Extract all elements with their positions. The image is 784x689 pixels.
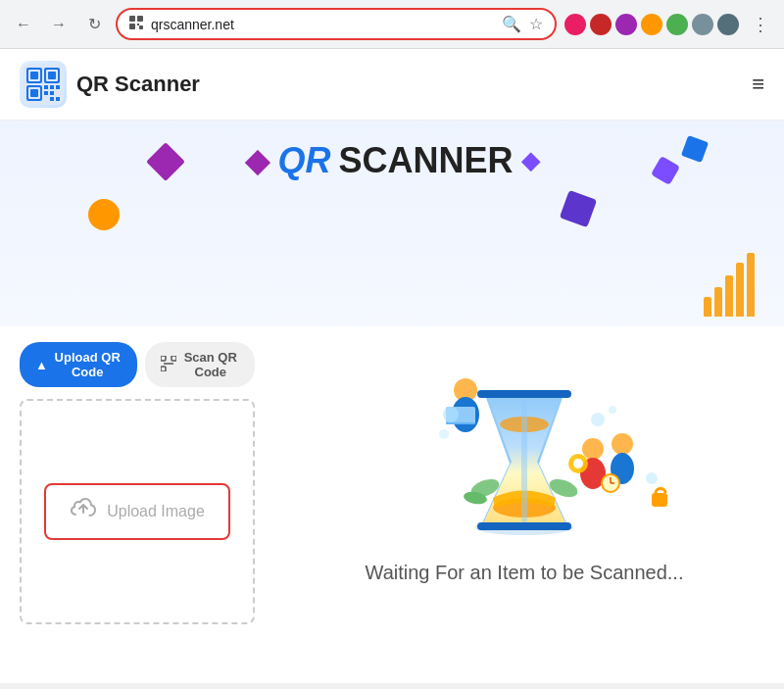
upload-drop-zone[interactable]: Upload Image [20, 399, 255, 624]
svg-rect-16 [50, 85, 54, 89]
hero-title: ◆ QR SCANNER ◆ [0, 140, 784, 181]
address-bar[interactable]: qrscanner.net 🔍 ☆ [116, 8, 557, 40]
illustration [358, 336, 691, 552]
svg-point-49 [439, 429, 449, 439]
svg-point-52 [646, 472, 658, 484]
address-actions: 🔍 ☆ [502, 15, 543, 33]
bar-3 [725, 275, 733, 317]
svg-rect-8 [30, 72, 38, 79]
profile-icons [564, 14, 739, 35]
site-header: QR Scanner ≡ [0, 49, 784, 121]
logo-icon [20, 61, 67, 108]
browser-menu-button[interactable]: ⋮ [747, 11, 774, 38]
svg-rect-15 [44, 85, 48, 89]
svg-rect-14 [30, 89, 38, 97]
waiting-text: Waiting For an Item to be Scanned... [366, 562, 684, 584]
svg-rect-21 [50, 97, 54, 101]
svg-rect-4 [137, 24, 139, 25]
logo-container: QR Scanner [20, 61, 200, 108]
svg-rect-22 [161, 356, 166, 361]
upload-icon: ▲ [35, 358, 48, 372]
svg-rect-17 [56, 85, 60, 89]
browser-chrome: ← → ↻ qrscanner.net 🔍 ☆ [0, 0, 784, 49]
tab-scan-qr[interactable]: Scan QR Code [145, 342, 255, 387]
site-icon [129, 16, 143, 32]
profile-dot-6[interactable] [692, 14, 713, 35]
hero-scanner-text: SCANNER [338, 140, 513, 181]
hamburger-menu[interactable]: ≡ [752, 72, 764, 97]
svg-rect-1 [137, 16, 143, 22]
right-panel: Waiting For an Item to be Scanned... [274, 326, 784, 640]
bar-chart-deco [704, 253, 755, 317]
svg-rect-2 [129, 24, 135, 29]
bar-4 [736, 263, 744, 317]
gem-icon-left: ◆ [245, 142, 270, 179]
browser-toolbar: ← → ↻ qrscanner.net 🔍 ☆ [0, 0, 784, 48]
svg-point-51 [609, 406, 616, 414]
profile-dot-5[interactable] [666, 14, 688, 35]
tab-bar: ▲ Upload QR Code Scan QR Code [20, 342, 255, 387]
svg-rect-29 [477, 390, 571, 398]
upload-image-button[interactable]: Upload Image [44, 483, 230, 540]
forward-button[interactable]: → [45, 11, 73, 38]
profile-dot-4[interactable] [641, 14, 662, 35]
upload-image-label: Upload Image [107, 503, 205, 520]
svg-rect-20 [56, 97, 60, 101]
bar-5 [747, 253, 755, 317]
left-panel: ▲ Upload QR Code Scan QR Code [0, 326, 274, 640]
bar-1 [704, 297, 711, 317]
gem-purple [560, 190, 597, 227]
scan-icon [161, 356, 176, 374]
svg-rect-35 [446, 422, 475, 424]
svg-rect-11 [48, 72, 56, 79]
svg-rect-3 [139, 25, 143, 29]
svg-rect-30 [477, 522, 571, 530]
svg-point-48 [443, 407, 459, 422]
profile-dot-2[interactable] [590, 14, 612, 35]
cloud-upload-icon [70, 497, 97, 526]
svg-rect-18 [44, 91, 48, 95]
gem-icon-right: ◆ [521, 147, 539, 174]
svg-rect-19 [50, 91, 54, 95]
hero-banner: ◆ QR SCANNER ◆ [0, 121, 784, 326]
sphere-orange [88, 199, 120, 230]
svg-rect-31 [521, 398, 527, 522]
bookmark-icon[interactable]: ☆ [529, 15, 543, 33]
svg-point-40 [612, 433, 633, 455]
site-title: QR Scanner [76, 72, 200, 97]
bar-2 [714, 287, 722, 317]
svg-point-39 [573, 459, 583, 468]
svg-rect-53 [652, 493, 667, 507]
svg-rect-0 [129, 16, 135, 22]
search-icon[interactable]: 🔍 [502, 15, 521, 33]
tab-upload-label: Upload QR Code [54, 350, 122, 379]
profile-dot-7[interactable] [717, 14, 739, 35]
hero-qr-text: QR [277, 140, 330, 181]
back-button[interactable]: ← [10, 11, 37, 38]
website-content: QR Scanner ≡ ◆ QR SCANNER ◆ [0, 49, 784, 683]
tab-upload-qr[interactable]: ▲ Upload QR Code [20, 342, 137, 387]
svg-rect-24 [161, 367, 166, 371]
tab-scan-label: Scan QR Code [182, 350, 239, 379]
profile-dot-1[interactable] [564, 14, 586, 35]
url-text: qrscanner.net [151, 17, 494, 32]
svg-point-50 [591, 413, 605, 426]
svg-point-36 [582, 438, 604, 460]
profile-dot-3[interactable] [615, 14, 637, 35]
main-content: ▲ Upload QR Code Scan QR Code [0, 326, 784, 640]
refresh-button[interactable]: ↻ [80, 11, 108, 38]
svg-rect-23 [172, 356, 176, 361]
